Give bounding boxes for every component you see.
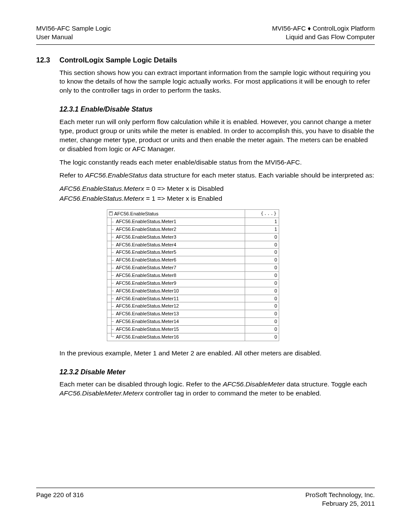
- tag-name-cell: AFC56.EnableStatus.Meter3: [107, 233, 245, 241]
- footer-page-number: Page 220 of 316: [36, 491, 84, 508]
- tag-name-cell: AFC56.EnableStatus.Meter1: [107, 218, 245, 226]
- tag-value-cell: 1: [245, 218, 279, 226]
- tag-name-cell: AFC56.EnableStatus.Meter8: [107, 271, 245, 279]
- section-heading: 12.3 ControlLogix Sample Logic Details: [36, 56, 375, 64]
- tag-name-cell: AFC56.EnableStatus.Meter14: [107, 318, 245, 326]
- header-left-line1: MVI56-AFC Sample Logic: [36, 24, 111, 33]
- sub1-p3: Refer to AFC56.EnableStatus data structu…: [59, 171, 375, 180]
- header-right-line1: MVI56-AFC ♦ ControlLogix Platform: [272, 24, 375, 33]
- tag-value-cell: 0: [245, 271, 279, 279]
- table-row: AFC56.EnableStatus.Meter60: [107, 256, 279, 264]
- footer-company: ProSoft Technology, Inc.: [305, 491, 375, 499]
- tag-name-cell: AFC56.EnableStatus.Meter6: [107, 256, 245, 264]
- tag-name-cell: AFC56.EnableStatus.Meter7: [107, 264, 245, 272]
- table-row: AFC56.EnableStatus.Meter160: [107, 333, 279, 341]
- table-row: AFC56.EnableStatus.Meter50: [107, 249, 279, 256]
- section-intro: This section shows how you can extract i…: [59, 68, 375, 96]
- table-row: AFC56.EnableStatus.Meter150: [107, 325, 279, 333]
- tag-value-cell: 0: [245, 233, 279, 241]
- tag-value-cell: 0: [245, 302, 279, 310]
- table-row: AFC56.EnableStatus.Meter120: [107, 302, 279, 310]
- table-row: AFC56.EnableStatus.Meter40: [107, 241, 279, 249]
- subsection-2-heading: 12.3.2 Disable Meter: [59, 367, 375, 377]
- tag-name-cell: AFC56.EnableStatus.Meter16: [107, 333, 245, 341]
- tag-name-cell: AFC56.EnableStatus.Meter4: [107, 241, 245, 249]
- sub1-p2: The logic constantly reads each meter en…: [59, 158, 375, 167]
- tag-value-cell: 0: [245, 256, 279, 264]
- table-row: AFC56.EnableStatus.Meter70: [107, 264, 279, 272]
- header-right-line2: Liquid and Gas Flow Computer: [272, 33, 375, 41]
- sub2-p: Each meter can be disabled through logic…: [59, 380, 375, 398]
- tag-name-cell: AFC56.EnableStatus.Meter12: [107, 302, 245, 310]
- tag-value-cell: 0: [245, 325, 279, 333]
- root-tag-name: AFC56.EnableStatus: [114, 211, 159, 217]
- table-row: AFC56.EnableStatus.Meter21: [107, 225, 279, 233]
- tag-name-cell: AFC56.EnableStatus.Meter15: [107, 325, 245, 333]
- section-title: ControlLogix Sample Logic Details: [59, 56, 177, 64]
- tag-value-cell: 0: [245, 333, 279, 341]
- table-row: AFC56.EnableStatus.Meter100: [107, 287, 279, 295]
- tag-name-cell: AFC56.EnableStatus.Meter2: [107, 225, 245, 233]
- tag-value-cell: 0: [245, 318, 279, 326]
- table-row: AFC56.EnableStatus.Meter11: [107, 218, 279, 226]
- tag-value-cell: 0: [245, 241, 279, 249]
- tag-value-cell: 0: [245, 310, 279, 318]
- tag-name-cell: AFC56.EnableStatus.Meter13: [107, 310, 245, 318]
- enable-status-table: AFC56.EnableStatus {...} AFC56.EnableSta…: [107, 209, 279, 341]
- page-header: MVI56-AFC Sample Logic User Manual MVI56…: [36, 24, 375, 45]
- table-row: AFC56.EnableStatus.Meter30: [107, 233, 279, 241]
- table-row: AFC56.EnableStatus.Meter140: [107, 318, 279, 326]
- tag-value-cell: 0: [245, 287, 279, 295]
- tag-name-cell: AFC56.EnableStatus.Meter10: [107, 287, 245, 295]
- footer-date: February 25, 2011: [305, 499, 375, 508]
- header-left-line2: User Manual: [36, 33, 111, 41]
- collapse-icon: [109, 212, 113, 215]
- section-number: 12.3: [36, 56, 52, 64]
- tag-name-cell: AFC56.EnableStatus.Meter5: [107, 249, 245, 256]
- tag-value-cell: 0: [245, 279, 279, 287]
- table-row: AFC56.EnableStatus.Meter130: [107, 310, 279, 318]
- sub1-after: In the previous example, Meter 1 and Met…: [59, 349, 375, 358]
- tag-value-cell: 0: [245, 295, 279, 302]
- tag-value-cell: 0: [245, 264, 279, 272]
- sub1-p1: Each meter run will only perform flow ca…: [59, 118, 375, 154]
- subsection-1-heading: 12.3.1 Enable/Disable Status: [59, 105, 375, 114]
- sub1-status-enabled: AFC56.EnableStatus.Meterx = 1 => Meter x…: [59, 194, 375, 203]
- tag-value-cell: 0: [245, 249, 279, 256]
- table-row: AFC56.EnableStatus.Meter90: [107, 279, 279, 287]
- root-tag-value: {...}: [261, 211, 277, 216]
- sub1-status-disabled: AFC56.EnableStatus.Meterx = 0 => Meter x…: [59, 184, 375, 193]
- tag-name-cell: AFC56.EnableStatus.Meter11: [107, 295, 245, 302]
- table-row-root: AFC56.EnableStatus {...}: [107, 210, 279, 218]
- table-row: AFC56.EnableStatus.Meter80: [107, 271, 279, 279]
- tag-name-cell: AFC56.EnableStatus.Meter9: [107, 279, 245, 287]
- page-footer: Page 220 of 316 ProSoft Technology, Inc.…: [36, 488, 375, 508]
- table-row: AFC56.EnableStatus.Meter110: [107, 295, 279, 302]
- tag-value-cell: 1: [245, 225, 279, 233]
